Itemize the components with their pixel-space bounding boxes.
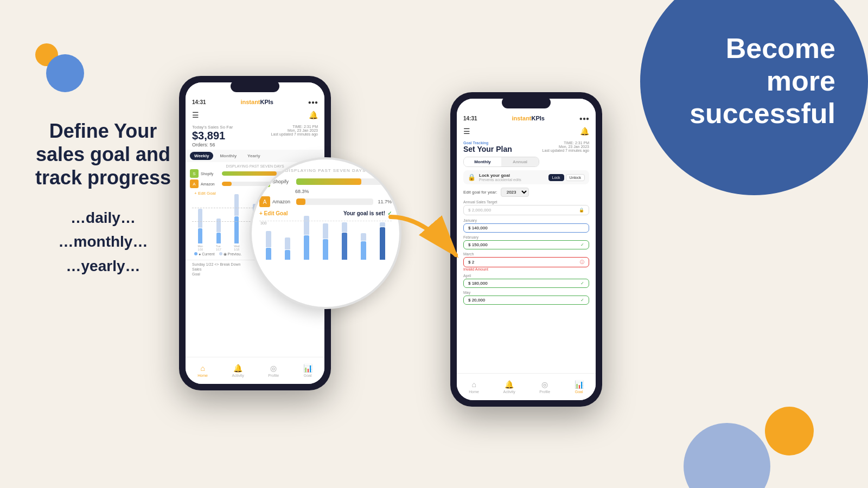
tab-monthly[interactable]: Monthly — [215, 152, 241, 160]
profile-icon-right: ◎ — [541, 380, 548, 389]
tab-weekly[interactable]: Weekly — [190, 152, 213, 160]
nav-home-left[interactable]: ⌂ Home — [197, 364, 208, 377]
bar-label-wed: Wed1/18 — [234, 245, 239, 251]
time-info: TIME: 2:31 PM Mon, 23 Jan 2023 Last upda… — [271, 125, 318, 136]
amazon-bar-fill — [222, 182, 232, 186]
sub-text: …daily… …monthly… …yearly… — [27, 206, 179, 279]
zoom-circle: DISPLAYING PAST SEVEN DAYS S Shopify 68.… — [250, 157, 401, 309]
profile-icon-left: ◎ — [270, 364, 277, 373]
lock-text: Lock your goal — [479, 173, 521, 178]
legend-previous: ◉ Previou. — [219, 252, 242, 256]
bell-icon[interactable]: 🔔 — [309, 111, 318, 119]
nav-profile-right[interactable]: ◎ Profile — [539, 380, 550, 394]
phone-frame-right: 14:31 instantKPIs ●●● ☰ 🔔 Goal Tracking … — [450, 92, 602, 407]
unlock-button[interactable]: Unlock — [566, 174, 585, 181]
zoom-shopify-label: Shopify — [272, 179, 294, 184]
january-field: January $ 140,000 — [463, 219, 589, 233]
today-sales-label: Today's Sales So Far — [192, 125, 233, 130]
bar-label-tue: Tue1/17 — [216, 245, 221, 251]
nav-activity-right[interactable]: 🔔 Activity — [503, 380, 515, 394]
zoom-shopify-row: S Shopify — [259, 176, 392, 187]
zoom-shopify-bar — [296, 178, 392, 185]
bar-label-mon: Mon1/16 — [197, 245, 203, 251]
bar-tue: Tue1/17 — [210, 219, 227, 251]
nav-profile-left[interactable]: ◎ Profile — [268, 364, 279, 377]
may-label: May — [463, 291, 589, 294]
goal-icon-right: 📊 — [575, 380, 584, 389]
nav-home-right[interactable]: ⌂ Home — [469, 380, 479, 394]
toggle-monthly[interactable]: Monthly — [464, 157, 501, 166]
february-field: February $ 150,000 ✓ — [463, 235, 589, 249]
home-icon-right: ⌂ — [471, 380, 476, 389]
zoom-amazon-row: A Amazon 11.7% — [259, 196, 392, 207]
bar-blue-tue — [216, 233, 221, 243]
deco-orange-circle-bottom — [765, 407, 814, 455]
home-icon-left: ⌂ — [200, 364, 205, 373]
bar-blue-wed — [234, 216, 239, 243]
toggle-row: Monthly Annual — [463, 157, 539, 167]
year-row: Edit goal for year: 2023 — [463, 188, 589, 197]
phone-icons-left: ●●● — [308, 99, 318, 105]
march-field: March $ 2 ⓘ Invalid Amount — [463, 252, 589, 271]
main-heading: Define Your sales goal and track progres… — [27, 119, 179, 190]
zoom-amazon-pct: 11.7% — [378, 199, 392, 204]
goal-tracking-label: Goal Tracking — [463, 141, 512, 145]
zoom-shopify-pct: 68.3% — [295, 189, 392, 194]
annual-target-label: Annual Sales Target — [463, 200, 589, 204]
nav-activity-left[interactable]: 🔔 Activity — [232, 364, 244, 377]
february-input[interactable]: $ 150,000 ✓ — [463, 240, 589, 249]
may-check-icon: ✓ — [580, 298, 584, 303]
year-select[interactable]: 2023 — [501, 188, 529, 197]
legend-current: ● Current — [194, 252, 215, 256]
phone-nav-top-right: ☰ 🔔 — [457, 125, 596, 138]
phone-notch-right — [502, 97, 551, 108]
phone-nav-bar-right: ⌂ Home 🔔 Activity ◎ Profile 📊 Goal — [457, 373, 596, 400]
phone-nav-top-left: ☰ 🔔 — [186, 108, 324, 121]
phone-time-right: 14:31 — [463, 115, 477, 121]
nav-goal-right[interactable]: 📊 Goal — [575, 380, 584, 394]
tab-yearly[interactable]: Yearly — [243, 152, 265, 160]
hamburger-icon-right[interactable]: ☰ — [463, 127, 470, 136]
march-error-icon: ⓘ — [580, 259, 584, 265]
bar-light-wed — [234, 194, 239, 216]
toggle-annual[interactable]: Annual — [501, 157, 539, 166]
bar-light-tue — [216, 219, 221, 232]
annual-target-input: $ 2,000,000 🔒 — [463, 205, 589, 215]
time-info-right: TIME: 2:31 PM Mon, 23 Jan 2023 Last upda… — [542, 141, 589, 153]
goal-icon-left: 📊 — [303, 364, 312, 373]
march-label: March — [463, 252, 589, 256]
bar-mon: Mon1/16 — [192, 209, 209, 251]
phone-screen-right: 14:31 instantKPIs ●●● ☰ 🔔 Goal Tracking … — [457, 99, 596, 400]
january-label: January — [463, 219, 589, 222]
edit-goal-year-label: Edit goal for year: — [463, 190, 497, 195]
bar-light-mon — [198, 209, 202, 228]
april-input[interactable]: $ 180,000 ✓ — [463, 279, 589, 288]
lock-row: 🔒 Lock your goal Prevents accidental edi… — [463, 170, 589, 184]
april-field: April $ 180,000 ✓ — [463, 274, 589, 288]
sales-amount: $3,891 — [192, 130, 233, 142]
hamburger-icon[interactable]: ☰ — [192, 111, 199, 119]
may-input[interactable]: $ 20,000 ✓ — [463, 296, 589, 305]
phone-icons-right: ●●● — [579, 115, 589, 121]
lock-sub: Prevents accidental edits — [479, 178, 521, 182]
right-heading-block: Become more successful — [690, 33, 835, 130]
nav-goal-left[interactable]: 📊 Goal — [303, 364, 312, 377]
shopify-icon: S — [190, 169, 199, 178]
may-field: May $ 20,000 ✓ — [463, 291, 589, 305]
bg-circle-bottom-right — [684, 423, 770, 488]
goal-section: Goal Tracking Set Your Plan TIME: 2:31 P… — [457, 138, 596, 311]
amazon-icon: A — [190, 179, 199, 188]
shopify-label: Shopify — [201, 172, 220, 176]
bar-blue-mon — [198, 228, 202, 243]
zoom-amazon-bar — [296, 198, 373, 205]
january-input[interactable]: $ 140,000 — [463, 223, 589, 233]
arrow-svg — [380, 206, 467, 271]
sales-orders: Orders: 56 — [192, 142, 233, 147]
april-label: April — [463, 274, 589, 278]
zoom-bar-chart: 300 — [259, 216, 392, 260]
march-input[interactable]: $ 2 ⓘ — [463, 257, 589, 267]
activity-icon-right: 🔔 — [505, 380, 514, 389]
bell-icon-right[interactable]: 🔔 — [580, 127, 589, 136]
lock-button[interactable]: Lock — [548, 174, 564, 181]
lock-buttons: Lock Unlock — [548, 174, 585, 181]
